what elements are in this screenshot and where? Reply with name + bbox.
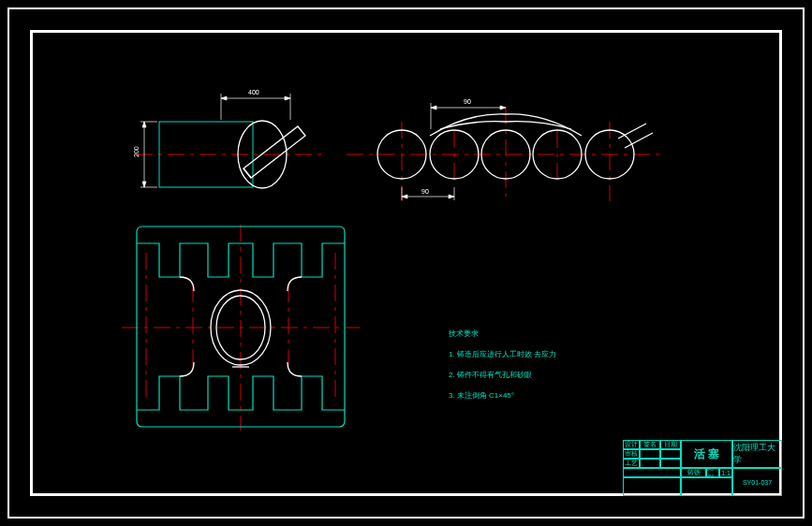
- title-organization: 沈阳理工大学: [732, 440, 782, 468]
- tech-notes: 技术要求 1. 铸造后应进行人工时效 去应力 2. 铸件不得有气孔和砂眼 3. …: [440, 318, 556, 411]
- tb-scale-label: 比例: [706, 468, 719, 477]
- tb-sign-label: 签名: [640, 440, 660, 449]
- tb-material: 铸铁: [681, 468, 706, 477]
- svg-line-22: [618, 124, 646, 139]
- tb-design-label: 设计: [623, 440, 640, 449]
- note-line-2: 2. 铸件不得有气孔和砂眼: [449, 371, 532, 379]
- svg-marker-28: [285, 96, 290, 100]
- title-part-name: 活 塞: [681, 440, 732, 468]
- svg-marker-41: [402, 195, 407, 198]
- note-title: 技术要求: [449, 329, 479, 338]
- dim-top-left-vert: 200: [133, 146, 140, 157]
- tb-date-label: 日期: [660, 440, 681, 449]
- svg-marker-27: [221, 96, 227, 100]
- svg-marker-37: [500, 106, 506, 110]
- note-line-3: 3. 未注倒角 C1×45°: [449, 391, 514, 400]
- cad-canvas: 400 200 90 90: [0, 0, 812, 526]
- note-line-1: 1. 铸造后应进行人工时效 去应力: [449, 350, 556, 358]
- svg-line-16: [244, 168, 251, 178]
- title-drawing-number: SY01-037: [732, 468, 782, 496]
- svg-marker-33: [142, 182, 146, 187]
- title-block: 设计 签名 日期 审核 工艺 活 塞 铸铁 比例 1:1 沈阳理工大学 SY01…: [623, 440, 782, 496]
- tb-review-label: 审核: [623, 449, 640, 459]
- svg-marker-36: [431, 106, 436, 110]
- dim-top-right-bottom: 90: [421, 188, 429, 195]
- dim-top-right-top: 90: [464, 98, 471, 105]
- dim-top-left-1: 400: [248, 89, 259, 95]
- tb-scale-value: 1:1: [719, 468, 732, 477]
- svg-marker-32: [142, 122, 146, 127]
- tb-process-label: 工艺: [623, 459, 640, 468]
- svg-marker-42: [449, 195, 454, 198]
